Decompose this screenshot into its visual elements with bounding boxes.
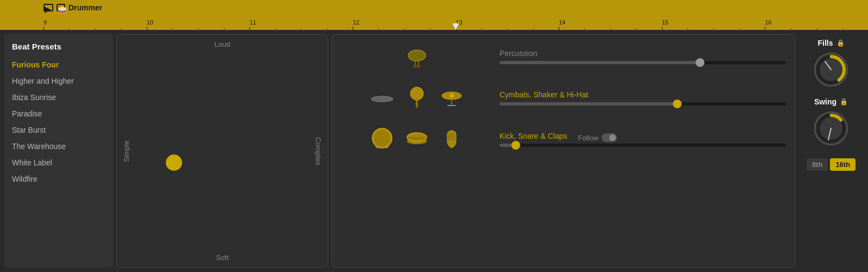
cymbals-label: Cymbals, Shaker & Hi-Hat (499, 90, 786, 99)
tick-line-10 (147, 27, 147, 30)
subtick (739, 28, 740, 30)
kick-label: Kick, Snare & Claps (499, 132, 567, 140)
right-panel: Fills 🔒 Swing 🔒 (798, 34, 864, 268)
xy-label-soft: Soft (216, 254, 228, 262)
fills-label: Fills (817, 39, 833, 47)
tick-label-9: 9 (43, 19, 47, 26)
subtick (404, 28, 405, 30)
subtick (430, 28, 430, 30)
tick-label-11: 11 (249, 19, 256, 26)
svg-rect-13 (451, 99, 452, 106)
swing-label: Swing (814, 97, 836, 106)
subtick (327, 28, 327, 30)
subtick (276, 28, 276, 30)
tick-label-12: 12 (353, 19, 359, 26)
tick-label-15: 15 (662, 19, 669, 26)
tick-line-14 (559, 27, 559, 30)
fills-knob[interactable] (812, 51, 850, 89)
swing-lock-icon: 🔒 (840, 98, 848, 106)
percussion-icons (341, 41, 493, 72)
snare-icon (402, 124, 432, 154)
subtick (121, 28, 121, 30)
kick-thumb[interactable] (511, 141, 520, 150)
subtick (69, 28, 70, 30)
eighth-note-button[interactable]: 8th (807, 158, 828, 171)
cymbals-thumb[interactable] (673, 100, 682, 108)
tick-label-14: 14 (559, 19, 565, 26)
follow-label: Follow (578, 134, 599, 142)
svg-point-12 (449, 94, 454, 98)
tick-line-12 (353, 27, 353, 30)
subtick (610, 28, 611, 30)
subtick (791, 28, 791, 30)
kick-controls: Kick, Snare & Claps Follow (499, 132, 786, 147)
swing-section: Swing 🔒 (798, 97, 864, 147)
drummer-panel: Percussion (332, 34, 795, 268)
subtick (816, 28, 817, 30)
sidebar-item-furious-four[interactable]: Furious Four (4, 57, 113, 73)
sidebar: Beat Presets Furious Four Higher and Hig… (4, 34, 113, 268)
kick-row: Kick, Snare & Claps Follow (341, 124, 786, 154)
sidebar-item-paradise[interactable]: Paradise (4, 106, 113, 122)
subtick (482, 28, 482, 30)
subtick (378, 28, 379, 30)
cymbals-controls: Cymbals, Shaker & Hi-Hat (499, 90, 786, 106)
follow-section: Follow (578, 133, 617, 142)
tick-line-16 (765, 27, 765, 30)
xy-label-simple: Simple (122, 140, 130, 162)
maraca-icon (402, 83, 432, 113)
swing-knob[interactable] (812, 109, 850, 147)
xy-label-complex: Complex (314, 137, 322, 165)
sidebar-title: Beat Presets (4, 39, 113, 57)
subtick (95, 28, 96, 30)
kick-icons (341, 124, 493, 154)
play-icon: ▶ (43, 4, 53, 11)
fills-section: Fills 🔒 (798, 39, 864, 89)
sidebar-item-the-warehouse[interactable]: The Warehouse (4, 138, 113, 154)
main-content: Beat Presets Furious Four Higher and Hig… (0, 30, 868, 272)
app-title: Drummer (68, 3, 102, 12)
tick-line-15 (662, 27, 663, 30)
subtick (224, 28, 224, 30)
subtick (301, 28, 302, 30)
subtick (585, 28, 585, 30)
sidebar-item-star-burst[interactable]: Star Burst (4, 122, 113, 138)
subtick (842, 28, 843, 30)
hihat-icon (367, 83, 397, 113)
fills-lock-icon: 🔒 (836, 39, 845, 47)
playhead (453, 23, 459, 30)
sidebar-item-higher-and-higher[interactable]: Higher and Higher (4, 73, 113, 89)
drummer-header: ▶ 🥁 Drummer (43, 3, 102, 12)
sidebar-item-ibiza-sunrise[interactable]: Ibiza Sunrise (4, 89, 113, 106)
subtick (507, 28, 508, 30)
follow-toggle[interactable] (602, 133, 617, 142)
xy-dot[interactable] (166, 154, 182, 171)
cymbal-icon (436, 83, 467, 113)
clap-icon (436, 124, 467, 154)
xy-label-loud: Loud (215, 40, 230, 48)
percussion-row: Percussion (341, 41, 786, 72)
kick-slider[interactable] (499, 144, 786, 147)
sixteenth-note-button[interactable]: 16th (830, 158, 855, 171)
svg-point-16 (374, 131, 390, 146)
percussion-thumb[interactable] (696, 58, 704, 67)
svg-point-3 (413, 65, 421, 68)
xy-pad[interactable]: Loud Soft Simple Complex (116, 34, 328, 268)
subtick (636, 28, 636, 30)
cymbals-fill (499, 102, 677, 106)
bass-drum-icon (367, 124, 397, 154)
percussion-controls: Percussion (499, 49, 786, 64)
percussion-slider[interactable] (499, 61, 786, 64)
ruler-ticks: 910111213141516 (43, 14, 868, 30)
sidebar-item-wildfire[interactable]: Wildfire (4, 171, 113, 187)
toggle-knob (609, 134, 616, 141)
cymbals-slider[interactable] (499, 102, 786, 106)
tick-label-10: 10 (147, 19, 153, 26)
timpani-icon (402, 41, 432, 72)
cymbals-icons (341, 83, 493, 113)
sidebar-item-white-label[interactable]: White Label (4, 154, 113, 171)
subtick (198, 28, 198, 30)
note-buttons: 8th 16th (807, 158, 855, 171)
swing-label-row: Swing 🔒 (798, 97, 864, 106)
fills-label-row: Fills 🔒 (798, 39, 864, 47)
